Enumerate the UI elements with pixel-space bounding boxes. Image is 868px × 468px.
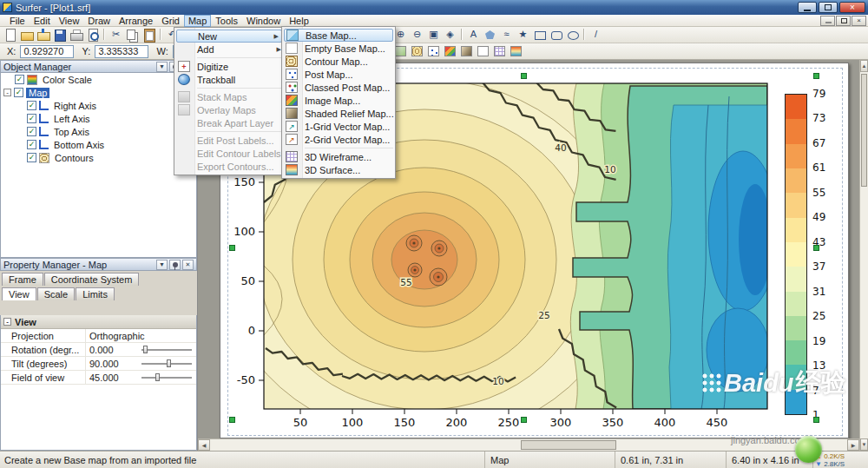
new-submenu-item-empty-base-map[interactable]: Empty Base Map... [282,42,395,55]
map-menu-item-break-apart-layer[interactable]: Break Apart Layer [174,116,284,129]
slider[interactable] [141,346,192,353]
new-icon[interactable] [3,28,17,42]
speed-ball-overlay[interactable] [795,436,822,463]
tab-limits[interactable]: Limits [76,287,115,300]
slider[interactable] [141,373,192,381]
pan-icon[interactable]: ◈ [443,28,457,42]
visibility-checkbox[interactable]: ✓ [27,140,36,149]
new-submenu-item-shaded-relief-map[interactable]: Shaded Relief Map... [282,107,395,120]
copy-icon[interactable] [125,28,140,42]
menu-grid[interactable]: Grid [157,15,184,27]
tree-item-left-axis[interactable]: ✓Left Axis [1,112,196,125]
panel-close-icon[interactable]: ✕ [182,260,194,270]
property-value-rotation-degr[interactable]: 0.000 [86,343,196,357]
tree-item-contours[interactable]: ✓Contours [1,151,196,164]
selection-handle[interactable] [229,417,235,423]
rect-icon[interactable] [532,28,547,42]
menu-help[interactable]: Help [285,15,313,27]
zoom-out-icon[interactable]: ⊖ [410,28,424,42]
selection-handle[interactable] [813,245,819,251]
map-menu-item-edit-post-labels[interactable]: Edit Post Labels... [174,134,284,147]
property-manager-header[interactable]: Property Manager - Map ▼ ✕ [0,258,197,271]
vector-icon[interactable]: ↗ [476,44,490,58]
view-section-header[interactable]: - View [1,315,196,329]
chevron-down-icon[interactable]: ▼ [156,62,168,72]
tree-item-color-scale[interactable]: ✓Color Scale [1,73,196,86]
map-menu-item-trackball[interactable]: Trackball [174,73,284,86]
text-icon[interactable]: A [466,28,481,42]
tree-item-right-axis[interactable]: ✓Right Axis [1,99,196,112]
selection-handle[interactable] [813,73,819,79]
x-coord-field[interactable]: 0.929270 [20,45,74,58]
import-icon[interactable] [36,28,50,42]
visibility-checkbox[interactable]: ✓ [27,153,36,162]
menu-file[interactable]: File [5,15,30,27]
contour-icon[interactable] [410,44,424,58]
minimize-button[interactable] [798,2,817,13]
relief-icon[interactable] [459,44,474,58]
selection-handle[interactable] [521,417,527,423]
chevron-down-icon[interactable]: ▼ [156,260,168,270]
visibility-checkbox[interactable]: ✓ [27,127,36,136]
map-menu-item-overlay-maps[interactable]: Overlay Maps [174,103,284,116]
menu-view[interactable]: View [55,15,84,27]
scroll-up-arrow[interactable]: ▲ [860,60,868,72]
wireframe-icon[interactable] [492,44,507,58]
slider[interactable] [141,359,192,367]
map-menu-item-new[interactable]: New▶ [176,30,282,43]
ellipse-icon[interactable] [565,28,580,42]
symbol-icon[interactable]: ★ [516,28,530,42]
scroll-down-arrow[interactable]: ▼ [860,438,868,451]
tab-coordinate-system[interactable]: Coordinate System [44,273,140,286]
tree-item-map[interactable]: -✓Map [1,86,196,99]
map-menu-item-stack-maps[interactable]: Stack Maps [174,90,284,103]
new-submenu-item-image-map[interactable]: Image Map... [282,94,395,107]
menu-tools[interactable]: Tools [211,15,242,27]
menu-map[interactable]: Map [184,15,211,27]
visibility-checkbox[interactable]: ✓ [27,101,36,110]
selection-handle[interactable] [813,417,819,423]
new-submenu-item-1-grid-vector-map[interactable]: ↗1-Grid Vector Map... [282,120,395,133]
visibility-checkbox[interactable]: ✓ [15,75,24,84]
surface-icon[interactable] [509,44,523,58]
selection-handle[interactable] [229,245,235,251]
polygon-icon[interactable] [483,28,497,42]
new-submenu-item-3d-surface[interactable]: 3D Surface... [282,163,395,176]
scroll-right-arrow[interactable]: ▶ [847,439,859,451]
print-icon[interactable] [69,28,83,42]
rrect-icon[interactable] [549,28,563,42]
object-manager-header[interactable]: Object Manager ▼ ✕ [0,60,197,73]
visibility-checkbox[interactable]: ✓ [14,88,23,97]
tab-scale[interactable]: Scale [37,287,76,300]
maximize-button[interactable] [819,2,838,13]
save-icon[interactable] [52,28,67,42]
collapse-icon[interactable]: - [3,89,11,96]
selection-handle[interactable] [521,73,527,79]
tree-item-bottom-axis[interactable]: ✓Bottom Axis [1,138,196,151]
close-button[interactable]: × [839,2,865,13]
tree-item-top-axis[interactable]: ✓Top Axis [1,125,196,138]
visibility-checkbox[interactable]: ✓ [27,114,36,123]
tab-frame[interactable]: Frame [2,273,43,286]
mdi-restore-button[interactable] [836,16,851,26]
property-value-field-of-view[interactable]: 45.000 [86,371,196,385]
vertical-scrollbar[interactable]: ▲ ▼ [859,60,868,451]
tab-view[interactable]: View [2,287,36,300]
new-submenu-item-classed-post-map[interactable]: Classed Post Map... [282,81,395,94]
vertical-scroll-thumb[interactable] [861,74,867,187]
map-menu-item-edit-contour-labels[interactable]: Edit Contour Labels... [174,147,284,160]
cut-icon[interactable]: ✂ [108,28,123,42]
post-icon[interactable] [426,44,441,58]
scroll-left-arrow[interactable]: ◀ [198,439,210,451]
map-menu-item-digitize[interactable]: +Digitize [174,60,284,73]
open-icon[interactable] [19,28,34,42]
collapse-icon[interactable]: - [3,318,11,326]
menu-arrange[interactable]: Arrange [115,15,157,27]
property-value-projection[interactable]: Orthographic [86,329,196,343]
preview-icon[interactable] [85,28,100,42]
mdi-minimize-button[interactable] [820,16,835,26]
paste-icon[interactable] [141,28,156,42]
mdi-close-button[interactable]: × [852,16,866,26]
y-coord-field[interactable]: 3.335333 [95,45,148,58]
image-icon[interactable] [443,44,457,58]
